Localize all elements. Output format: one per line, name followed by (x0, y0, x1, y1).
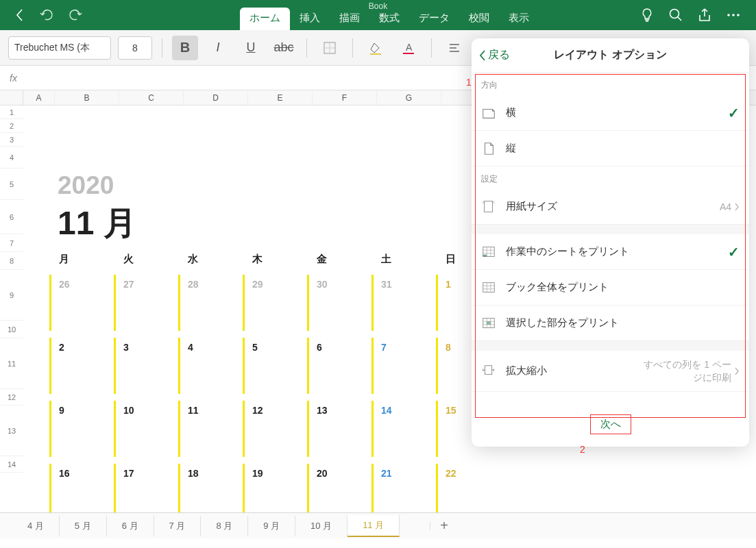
sheet-tab[interactable]: 7 月 (154, 516, 202, 536)
day-cell[interactable]: 2 (49, 342, 114, 353)
tab-draw[interactable]: 描画 (330, 8, 369, 30)
row-header[interactable]: 14 (0, 456, 23, 473)
more-icon[interactable] (726, 8, 741, 23)
col-header[interactable]: E (248, 90, 313, 105)
col-header[interactable]: B (55, 90, 119, 105)
day-cell[interactable]: 12 (243, 405, 307, 416)
check-icon: ✓ (728, 105, 740, 121)
print-selection[interactable]: 選択した部分をプリント (472, 306, 749, 341)
sheet-tab[interactable]: 6 月 (107, 516, 154, 536)
tab-home[interactable]: ホーム (240, 8, 290, 30)
day-number: 15 (446, 405, 456, 416)
sheet-tab[interactable]: 8 月 (201, 516, 248, 536)
underline-button[interactable]: U (238, 36, 264, 60)
row-header[interactable]: 11 (0, 338, 23, 389)
sheet-tab[interactable]: 5 月 (60, 516, 107, 536)
tab-insert[interactable]: 挿入 (290, 8, 330, 30)
day-cell[interactable]: 28 (178, 279, 243, 290)
tab-data[interactable]: データ (409, 8, 459, 30)
svg-rect-15 (485, 365, 492, 374)
day-cell[interactable]: 14 (371, 405, 436, 416)
tab-view[interactable]: 表示 (499, 8, 539, 30)
day-cell[interactable]: 3 (114, 342, 178, 353)
row-header[interactable]: 10 (0, 321, 23, 338)
print-entire-book[interactable]: ブック全体をプリント (472, 270, 749, 306)
panel-back-button[interactable]: 戻る (472, 48, 510, 62)
row-header[interactable]: 2 (0, 119, 23, 133)
row-header[interactable]: 3 (0, 133, 23, 147)
tab-formulas[interactable]: 数式 (369, 8, 409, 30)
tab-review[interactable]: 校閲 (459, 8, 499, 30)
lightbulb-icon[interactable] (639, 8, 655, 23)
fill-color-button[interactable] (363, 36, 389, 60)
orientation-landscape[interactable]: 横 ✓ (472, 95, 749, 131)
col-header[interactable]: A (23, 90, 55, 105)
col-header[interactable]: D (184, 90, 248, 105)
select-all-corner[interactable] (0, 90, 23, 105)
paper-size-item[interactable]: 用紙サイズ A4 (472, 189, 749, 225)
back-icon[interactable] (12, 8, 27, 23)
font-name-box[interactable]: Trebuchet MS (本 (8, 36, 111, 60)
day-cell[interactable]: 5 (243, 342, 307, 353)
redo-icon[interactable] (67, 8, 82, 23)
orientation-portrait[interactable]: 縦 (472, 131, 749, 166)
row-header[interactable]: 4 (0, 147, 23, 169)
day-header: 火 (114, 253, 178, 266)
row-header[interactable]: 9 (0, 270, 23, 321)
day-cell[interactable]: 22 (436, 468, 500, 479)
day-cell[interactable]: 21 (371, 468, 436, 479)
day-number: 7 (381, 342, 387, 353)
row-header[interactable]: 8 (0, 252, 23, 270)
day-cell[interactable]: 19 (243, 468, 307, 479)
row-header[interactable]: 7 (0, 234, 23, 252)
day-cell[interactable]: 30 (307, 279, 371, 290)
add-sheet-button[interactable]: + (430, 515, 458, 536)
day-cell[interactable]: 7 (371, 342, 436, 353)
borders-button[interactable] (317, 36, 343, 60)
sheet-tab[interactable]: 9 月 (248, 516, 295, 536)
divider (162, 38, 162, 58)
share-icon[interactable] (697, 8, 712, 23)
section-orientation-label: 方向 (472, 73, 749, 95)
day-cell[interactable]: 10 (114, 405, 178, 416)
check-icon: ✓ (728, 244, 740, 260)
day-cell[interactable]: 16 (49, 468, 114, 479)
day-cell[interactable]: 13 (307, 405, 371, 416)
day-cell[interactable]: 11 (178, 405, 243, 416)
align-button[interactable] (441, 36, 467, 60)
day-cell[interactable]: 9 (49, 405, 114, 416)
row-header[interactable]: 12 (0, 389, 23, 406)
day-cell[interactable]: 20 (307, 468, 371, 479)
sheet-tab-overflow[interactable] (400, 522, 430, 530)
strike-button[interactable]: abc (271, 36, 297, 60)
layout-options-panel: 戻る レイアウト オプション 方向 横 ✓ 縦 設定 用紙サイズ A4 作業中の… (472, 38, 749, 447)
day-cell[interactable]: 29 (243, 279, 307, 290)
font-color-button[interactable]: A (395, 36, 422, 60)
day-cell[interactable]: 31 (371, 279, 436, 290)
sheet-tab[interactable]: 10 月 (295, 516, 347, 536)
italic-button[interactable]: I (205, 36, 231, 60)
row-header[interactable]: 5 (0, 169, 23, 200)
day-cell[interactable]: 18 (178, 468, 243, 479)
undo-icon[interactable] (40, 8, 55, 23)
col-header[interactable]: C (119, 90, 184, 105)
row-header[interactable]: 13 (0, 406, 23, 456)
font-size-box[interactable]: 8 (118, 36, 152, 60)
search-icon[interactable] (668, 8, 683, 23)
sheet-tab-active[interactable]: 11 月 (347, 515, 400, 537)
day-number: 14 (381, 405, 392, 416)
next-button[interactable]: 次へ (590, 414, 631, 434)
day-cell[interactable]: 26 (49, 279, 114, 290)
col-header[interactable]: F (313, 90, 377, 105)
day-cell[interactable]: 6 (307, 342, 371, 353)
row-header[interactable]: 6 (0, 200, 23, 234)
scaling-item[interactable]: 拡大縮小 すべての列を 1 ページに印刷 (472, 351, 749, 392)
bold-button[interactable]: B (172, 36, 198, 60)
col-header[interactable]: G (377, 90, 441, 105)
day-cell[interactable]: 4 (178, 342, 243, 353)
print-active-sheet[interactable]: 作業中のシートをプリント ✓ (472, 234, 749, 270)
sheet-tab[interactable]: 4 月 (12, 516, 60, 536)
day-cell[interactable]: 17 (114, 468, 178, 479)
row-header[interactable]: 1 (0, 105, 23, 119)
day-cell[interactable]: 27 (114, 279, 178, 290)
